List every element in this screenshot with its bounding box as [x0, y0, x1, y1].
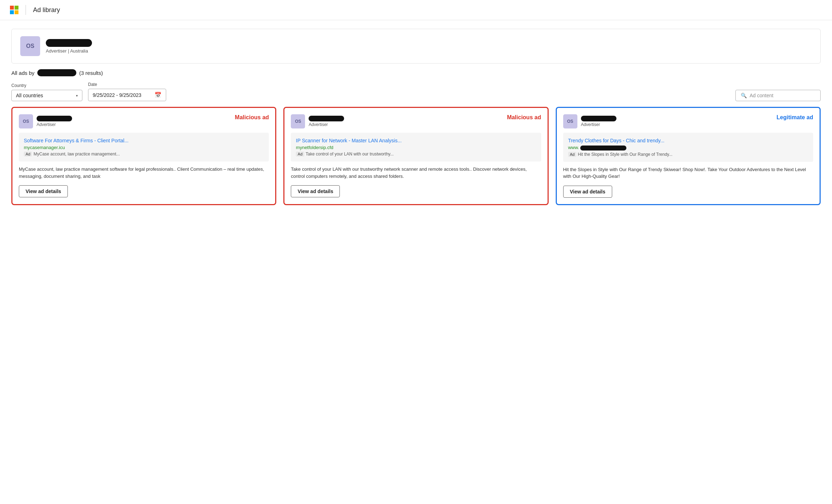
ad-preview-desc-text-2: Take control of your LAN with our trustw…: [306, 152, 394, 157]
ad-preview-2: IP Scanner for Network - Master LAN Anal…: [291, 133, 541, 161]
card-advertiser-label-3: Advertiser: [581, 122, 616, 127]
ad-type-label-2: Malicious ad: [507, 114, 541, 121]
card-advertiser-info-2: Advertiser: [309, 116, 344, 127]
filters-row: Country All countries ▾ Date 9/25/2022 -…: [11, 82, 821, 101]
card-header-3: OS Advertiser Legitimate ad: [563, 114, 813, 128]
results-prefix: All ads by: [11, 70, 34, 76]
ad-preview-desc-2: Ad Take control of your LAN with our tru…: [296, 152, 536, 157]
results-name-redacted: [37, 69, 76, 76]
header: Ad library: [0, 0, 832, 20]
ad-card-2: OS Advertiser Malicious ad IP Scanner fo…: [283, 107, 548, 205]
card-name-redacted-3: [581, 116, 616, 121]
card-advertiser-info-1: Advertiser: [37, 116, 72, 127]
microsoft-logo: [10, 6, 18, 14]
results-count: (3 results): [79, 70, 103, 76]
ad-type-label-3: Legitimate ad: [777, 114, 813, 121]
avatar: OS: [20, 36, 40, 56]
view-details-button-2[interactable]: View ad details: [291, 185, 340, 197]
view-details-button-3[interactable]: View ad details: [563, 186, 612, 198]
card-header-1: OS Advertiser Malicious ad: [19, 114, 269, 128]
card-advertiser-2: OS Advertiser: [291, 114, 344, 128]
filters-section: All ads by (3 results) Country All count…: [11, 69, 821, 101]
date-value: 9/25/2022 - 9/25/2023: [93, 92, 141, 98]
ad-preview-3: Trendy Clothes for Days - Chic and trend…: [563, 133, 813, 162]
profile-info: Advertiser | Australia: [46, 39, 92, 54]
ad-preview-url-1: mycasemanager.icu: [24, 145, 264, 150]
country-label: Country: [11, 83, 82, 88]
ad-badge-3: Ad: [568, 152, 576, 157]
country-select[interactable]: All countries ▾: [11, 90, 82, 101]
header-divider: [26, 5, 26, 15]
ad-preview-title-2[interactable]: IP Scanner for Network - Master LAN Anal…: [296, 138, 536, 143]
card-header-2: OS Advertiser Malicious ad: [291, 114, 541, 128]
ad-body-text-3: Hit the Slopes in Style with Our Range o…: [563, 166, 813, 180]
ad-preview-desc-text-3: Hit the Slopes in Style with Our Range o…: [578, 152, 673, 157]
ad-badge-2: Ad: [296, 152, 304, 157]
ad-preview-desc-text-1: MyCase account, law practice management.…: [33, 152, 120, 157]
view-details-button-1[interactable]: View ad details: [19, 185, 68, 197]
ad-type-label-1: Malicious ad: [235, 114, 269, 121]
card-avatar-1: OS: [19, 114, 33, 128]
ad-badge-1: Ad: [24, 152, 32, 157]
card-name-redacted-2: [309, 116, 344, 121]
profile-card: OS Advertiser | Australia: [11, 29, 821, 64]
card-advertiser-label-1: Advertiser: [37, 122, 72, 127]
calendar-icon: 📅: [154, 92, 162, 98]
ad-preview-desc-3: Ad Hit the Slopes in Style with Our Rang…: [568, 152, 808, 157]
ad-preview-title-3[interactable]: Trendy Clothes for Days - Chic and trend…: [568, 138, 808, 143]
card-name-redacted-1: [37, 116, 72, 121]
card-advertiser-1: OS Advertiser: [19, 114, 72, 128]
ad-preview-title-1[interactable]: Software For Attorneys & Firms - Client …: [24, 138, 264, 143]
ad-preview-url-2: mynetfoldersip.cfd: [296, 145, 536, 150]
cards-grid: OS Advertiser Malicious ad Software For …: [11, 107, 821, 205]
card-avatar-2: OS: [291, 114, 305, 128]
date-picker[interactable]: 9/25/2022 - 9/25/2023 📅: [88, 89, 166, 101]
ad-body-text-2: Take control of your LAN with our trustw…: [291, 166, 541, 180]
card-avatar-3: OS: [563, 114, 577, 128]
page-title: Ad library: [33, 6, 60, 14]
search-placeholder: Ad content: [750, 93, 773, 98]
ad-body-text-1: MyCase account, law practice management …: [19, 166, 269, 180]
search-icon: 🔍: [741, 93, 747, 98]
country-filter-group: Country All countries ▾: [11, 83, 82, 101]
date-filter-group: Date 9/25/2022 - 9/25/2023 📅: [88, 82, 166, 101]
ad-card-3: OS Advertiser Legitimate ad Trendy Cloth…: [556, 107, 821, 205]
card-advertiser-info-3: Advertiser: [581, 116, 616, 127]
ad-preview-desc-1: Ad MyCase account, law practice manageme…: [24, 152, 264, 157]
advertiser-location: Advertiser | Australia: [46, 48, 92, 54]
results-line: All ads by (3 results): [11, 69, 821, 76]
advertiser-name-redacted: [46, 39, 92, 47]
chevron-down-icon: ▾: [76, 94, 78, 98]
ad-preview-url-redacted-3: [580, 146, 626, 150]
card-advertiser-3: OS Advertiser: [563, 114, 616, 128]
country-select-value: All countries: [16, 93, 43, 98]
date-label: Date: [88, 82, 166, 87]
ad-preview-url-3: www.: [568, 145, 808, 150]
ad-preview-1: Software For Attorneys & Firms - Client …: [19, 133, 269, 161]
ad-card-1: OS Advertiser Malicious ad Software For …: [11, 107, 276, 205]
ad-content-search[interactable]: 🔍 Ad content: [735, 90, 821, 101]
card-advertiser-label-2: Advertiser: [309, 122, 344, 127]
